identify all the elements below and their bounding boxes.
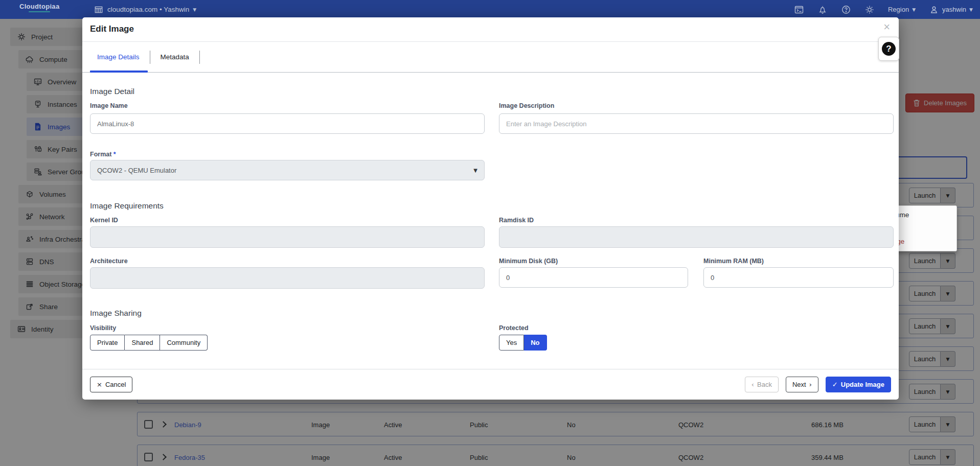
region-menu[interactable]: Region ▼ — [888, 6, 916, 13]
format-select[interactable]: QCOW2 - QEMU Emulator ▼ — [90, 160, 485, 180]
check-icon: ✓ — [832, 381, 838, 388]
protected-button-group: Yes No — [499, 335, 547, 351]
tab-divider — [150, 51, 150, 64]
visibility-community-button[interactable]: Community — [160, 335, 208, 351]
project-context-switcher[interactable]: cloudtopiaa.com • Yashwin ▼ — [94, 0, 196, 19]
brand-name: Cloudtopiaa — [19, 3, 59, 10]
visibility-label: Visibility — [90, 324, 116, 332]
tab-image-details[interactable]: Image Details — [90, 53, 147, 61]
chevron-down-icon: ▼ — [193, 7, 196, 12]
kernel-id-input — [90, 226, 485, 248]
kernel-id-label: Kernel ID — [90, 217, 118, 224]
help-circle-icon[interactable] — [841, 5, 851, 15]
required-asterisk: * — [113, 151, 116, 158]
next-button[interactable]: Next › — [786, 377, 818, 392]
format-label: Format * — [90, 151, 116, 158]
minimum-disk-label: Minimum Disk (GB) — [499, 258, 558, 265]
tab-divider — [199, 51, 200, 64]
chevron-left-icon: ‹ — [751, 381, 754, 388]
modal-title: Edit Image — [90, 24, 134, 34]
architecture-input — [90, 267, 485, 289]
modal-tabs: Image Details Metadata — [82, 42, 899, 73]
tab-metadata[interactable]: Metadata — [153, 53, 196, 61]
x-icon: × — [97, 381, 102, 388]
brand-tagline-mark — [29, 11, 50, 12]
navbar-right: Region ▼ yashwin ▼ — [794, 0, 973, 19]
back-button[interactable]: ‹ Back — [745, 377, 779, 392]
minimum-ram-label: Minimum RAM (MB) — [703, 258, 764, 265]
image-description-input[interactable] — [499, 113, 894, 134]
architecture-label: Architecture — [90, 258, 128, 265]
modal-footer: × Cancel ‹ Back Next › ✓ Update Image — [82, 369, 899, 400]
settings-gear-icon[interactable] — [864, 5, 875, 15]
user-icon — [929, 5, 939, 15]
visibility-private-button[interactable]: Private — [90, 335, 125, 351]
chevron-down-icon: ▼ — [969, 7, 973, 12]
visibility-button-group: Private Shared Community — [90, 335, 208, 351]
section-heading-image-sharing: Image Sharing — [90, 309, 142, 318]
protected-label: Protected — [499, 324, 529, 332]
question-mark-icon: ? — [882, 42, 896, 56]
top-navbar: Cloudtopiaa cloudtopiaa.com • Yashwin ▼ — [0, 0, 980, 19]
protected-no-button[interactable]: No — [524, 335, 546, 351]
ramdisk-id-input — [499, 226, 894, 248]
modal-help-button[interactable]: ? — [878, 37, 899, 61]
chevron-down-icon: ▼ — [912, 7, 916, 12]
edit-image-modal: Edit Image × ? Image Details Metadata Im… — [82, 17, 899, 400]
select-chevron-icon: ▼ — [473, 168, 477, 173]
region-label: Region — [888, 6, 909, 13]
cancel-button[interactable]: × Cancel — [90, 377, 132, 392]
update-image-button[interactable]: ✓ Update Image — [826, 377, 891, 392]
context-label: cloudtopiaa.com • Yashwin — [107, 6, 189, 13]
image-name-input[interactable] — [90, 113, 485, 134]
image-description-label: Image Description — [499, 102, 554, 109]
image-name-label: Image Name — [90, 102, 128, 109]
terminal-icon[interactable] — [794, 5, 804, 15]
chevron-right-icon: › — [809, 381, 812, 388]
domain-icon — [94, 5, 104, 15]
notifications-bell-icon[interactable] — [817, 5, 828, 15]
minimum-ram-input[interactable] — [703, 267, 894, 288]
ramdisk-id-label: Ramdisk ID — [499, 217, 534, 224]
close-icon[interactable]: × — [883, 21, 890, 33]
format-selected-value: QCOW2 - QEMU Emulator — [97, 167, 176, 174]
section-heading-image-requirements: Image Requirements — [90, 201, 164, 211]
modal-body: Image Detail Image Name Image Descriptio… — [82, 73, 899, 369]
user-menu[interactable]: yashwin ▼ — [929, 5, 973, 15]
brand-logo[interactable]: Cloudtopiaa — [19, 3, 59, 12]
modal-header: Edit Image × — [82, 17, 899, 42]
screen: Cloudtopiaa cloudtopiaa.com • Yashwin ▼ — [0, 0, 980, 466]
visibility-shared-button[interactable]: Shared — [125, 335, 160, 351]
user-label: yashwin — [942, 6, 966, 13]
protected-yes-button[interactable]: Yes — [499, 335, 524, 351]
minimum-disk-input[interactable] — [499, 267, 688, 288]
section-heading-image-detail: Image Detail — [90, 87, 134, 96]
